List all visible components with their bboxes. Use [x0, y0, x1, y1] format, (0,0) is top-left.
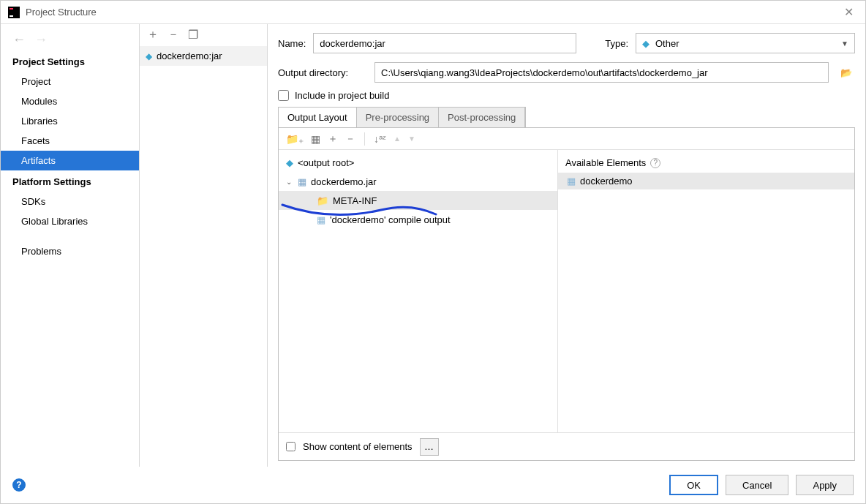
- tree-compile-output[interactable]: ▦ 'dockerdemo' compile output: [279, 210, 557, 229]
- settings-sidebar: ← → Project Settings Project Modules Lib…: [1, 24, 140, 467]
- browse-folder-icon[interactable]: 📂: [837, 64, 855, 81]
- name-input[interactable]: [313, 33, 576, 53]
- sidebar-item-project[interactable]: Project: [1, 72, 139, 91]
- tree-root-label: <output root>: [298, 157, 354, 168]
- available-item-label: dockerdemo: [580, 176, 633, 187]
- output-layout-tree[interactable]: ◆ <output root> ⌄ ▦ dockerdemo.jar 📁 MET…: [279, 150, 558, 432]
- nav-forward-icon[interactable]: →: [34, 32, 48, 48]
- available-item[interactable]: ▦ dockerdemo: [558, 173, 854, 189]
- add-copy-icon[interactable]: ＋: [328, 132, 338, 146]
- tab-pre-processing[interactable]: Pre-processing: [357, 108, 439, 127]
- module-icon: ▦: [567, 176, 576, 187]
- tree-expand-icon[interactable]: ⌄: [286, 178, 293, 186]
- copy-artifact-icon[interactable]: ❐: [188, 28, 198, 42]
- output-dir-label: Output directory:: [278, 67, 366, 78]
- intellij-icon: [8, 7, 20, 18]
- artifact-list-label: dockerdemo:jar: [157, 50, 222, 61]
- show-content-options-button[interactable]: …: [420, 438, 439, 456]
- remove-artifact-icon[interactable]: －: [167, 27, 179, 42]
- sidebar-item-sdks[interactable]: SDKs: [1, 192, 139, 211]
- add-artifact-icon[interactable]: ＋: [147, 27, 159, 42]
- apply-button[interactable]: Apply: [796, 475, 854, 495]
- svg-rect-1: [10, 8, 13, 10]
- tree-jar-label: dockerdemo.jar: [311, 176, 377, 187]
- folder-icon: 📁: [317, 195, 328, 206]
- section-project-settings: Project Settings: [1, 50, 139, 72]
- sidebar-item-modules[interactable]: Modules: [1, 91, 139, 111]
- sidebar-item-problems[interactable]: Problems: [1, 241, 139, 261]
- sidebar-item-libraries[interactable]: Libraries: [1, 111, 139, 131]
- type-select[interactable]: ◆ Other ▼: [636, 33, 855, 53]
- available-help-icon[interactable]: ?: [650, 158, 660, 168]
- show-content-checkbox[interactable]: [286, 442, 295, 451]
- artifact-detail-panel: Name: Type: ◆ Other ▼ Output directory: …: [268, 24, 865, 467]
- type-label: Type:: [605, 38, 628, 49]
- tree-jar-node[interactable]: ⌄ ▦ dockerdemo.jar: [279, 172, 557, 191]
- artifact-list-column: ＋ － ❐ ◆ dockerdemo:jar: [140, 24, 268, 467]
- sort-icon[interactable]: ↓ᵃᶻ: [374, 133, 386, 145]
- output-dir-value: C:\Users\qiang.wang3\IdeaProjects\docker…: [381, 67, 708, 78]
- tab-post-processing[interactable]: Post-processing: [439, 108, 525, 127]
- chevron-down-icon: ▼: [841, 40, 848, 48]
- available-header: Available Elements: [565, 157, 646, 168]
- help-icon[interactable]: ?: [12, 478, 26, 492]
- move-up-icon[interactable]: ▲: [394, 135, 401, 143]
- show-content-label[interactable]: Show content of elements: [303, 441, 413, 452]
- tree-output-root[interactable]: ◆ <output root>: [279, 153, 557, 172]
- ok-button[interactable]: OK: [669, 475, 718, 495]
- artifact-list-item[interactable]: ◆ dockerdemo:jar: [140, 46, 267, 66]
- remove-item-icon[interactable]: －: [345, 132, 355, 146]
- artifact-icon: ◆: [146, 51, 152, 61]
- tree-compile-output-label: 'dockerdemo' compile output: [330, 214, 451, 225]
- tree-meta-inf[interactable]: 📁 META-INF: [279, 191, 557, 210]
- include-build-checkbox[interactable]: [278, 90, 289, 101]
- tree-meta-inf-label: META-INF: [333, 195, 377, 206]
- output-dir-input[interactable]: C:\Users\qiang.wang3\IdeaProjects\docker…: [374, 62, 829, 83]
- diamond-icon: ◆: [286, 157, 293, 168]
- jar-icon: ▦: [298, 176, 306, 187]
- type-value: Other: [655, 38, 679, 49]
- sidebar-item-facets[interactable]: Facets: [1, 131, 139, 151]
- svg-rect-2: [10, 15, 13, 17]
- create-dir-icon[interactable]: 📁₊: [286, 133, 304, 145]
- close-icon[interactable]: ✕: [840, 5, 858, 19]
- window-title: Project Structure: [26, 7, 840, 18]
- type-icon: ◆: [642, 38, 650, 49]
- move-down-icon[interactable]: ▼: [408, 135, 415, 143]
- include-build-label[interactable]: Include in project build: [295, 90, 389, 101]
- sidebar-item-artifacts[interactable]: Artifacts: [1, 151, 139, 170]
- module-icon: ▦: [317, 214, 325, 225]
- cancel-button[interactable]: Cancel: [726, 475, 788, 495]
- name-label: Name:: [278, 38, 306, 49]
- tab-output-layout[interactable]: Output Layout: [279, 108, 357, 127]
- available-elements-panel: Available Elements ? ▦ dockerdemo: [558, 150, 854, 432]
- nav-back-icon[interactable]: ←: [12, 32, 26, 48]
- sidebar-item-global-libraries[interactable]: Global Libraries: [1, 211, 139, 231]
- create-archive-icon[interactable]: ▦: [311, 133, 320, 145]
- section-platform-settings: Platform Settings: [1, 170, 139, 192]
